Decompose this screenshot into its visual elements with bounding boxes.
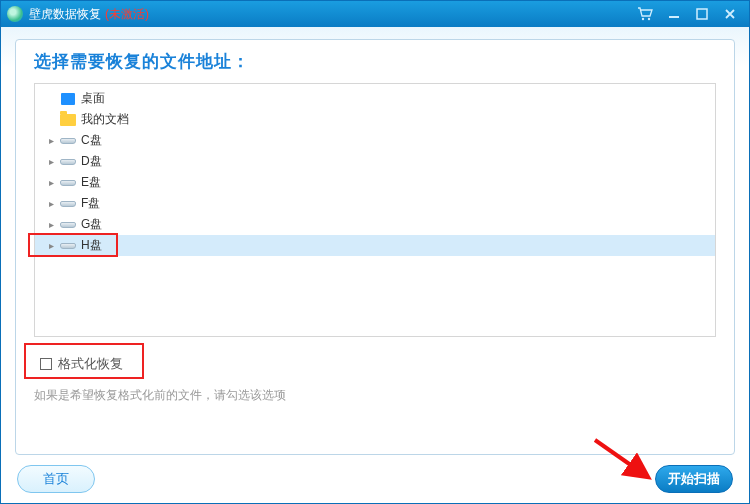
expand-icon[interactable]: ▸ <box>45 219 57 230</box>
panel-heading: 选择需要恢复的文件地址： <box>34 50 716 73</box>
svg-point-0 <box>642 18 644 20</box>
svg-rect-2 <box>669 16 679 18</box>
expand-icon[interactable]: ▸ <box>45 198 57 209</box>
titlebar-controls <box>637 7 743 21</box>
tree-node-label: H盘 <box>81 237 102 254</box>
stage: 选择需要恢复的文件地址： ▸桌面▸我的文档▸C盘▸D盘▸E盘▸F盘▸G盘▸H盘 … <box>1 27 749 503</box>
drive-icon <box>59 176 77 190</box>
tree-node-label: C盘 <box>81 132 102 149</box>
home-button[interactable]: 首页 <box>17 465 95 493</box>
expand-icon[interactable]: ▸ <box>45 177 57 188</box>
minimize-icon[interactable] <box>667 7 681 21</box>
drive-icon <box>59 134 77 148</box>
docs-icon <box>59 113 77 127</box>
titlebar: 壁虎数据恢复 (未激活) <box>1 1 749 27</box>
expand-icon[interactable]: ▸ <box>45 135 57 146</box>
tree-node-label: 我的文档 <box>81 111 129 128</box>
tree-node-1[interactable]: ▸我的文档 <box>35 109 715 130</box>
close-icon[interactable] <box>723 7 737 21</box>
home-button-label: 首页 <box>43 470 69 488</box>
location-tree[interactable]: ▸桌面▸我的文档▸C盘▸D盘▸E盘▸F盘▸G盘▸H盘 <box>34 83 716 337</box>
svg-point-1 <box>648 18 650 20</box>
tree-node-label: E盘 <box>81 174 101 191</box>
drive-icon <box>59 197 77 211</box>
tree-node-label: D盘 <box>81 153 102 170</box>
svg-rect-3 <box>697 9 707 19</box>
tree-node-label: 桌面 <box>81 90 105 107</box>
start-scan-button-label: 开始扫描 <box>668 470 720 488</box>
footer: 首页 开始扫描 <box>15 465 735 493</box>
main-panel: 选择需要恢复的文件地址： ▸桌面▸我的文档▸C盘▸D盘▸E盘▸F盘▸G盘▸H盘 … <box>15 39 735 455</box>
drive-icon <box>59 239 77 253</box>
maximize-icon[interactable] <box>695 7 709 21</box>
format-restore-checkbox[interactable]: 格式化恢复 <box>34 351 144 377</box>
tree-node-4[interactable]: ▸E盘 <box>35 172 715 193</box>
format-restore-hint: 如果是希望恢复格式化前的文件，请勾选该选项 <box>34 387 716 404</box>
start-scan-button[interactable]: 开始扫描 <box>655 465 733 493</box>
drive-icon <box>59 218 77 232</box>
activation-status: (未激活) <box>105 6 149 23</box>
tree-node-0[interactable]: ▸桌面 <box>35 88 715 109</box>
tree-node-3[interactable]: ▸D盘 <box>35 151 715 172</box>
tree-node-label: F盘 <box>81 195 100 212</box>
app-title: 壁虎数据恢复 <box>29 6 101 23</box>
drive-icon <box>59 155 77 169</box>
tree-node-5[interactable]: ▸F盘 <box>35 193 715 214</box>
app-logo-icon <box>7 6 23 22</box>
cart-icon[interactable] <box>637 7 653 21</box>
tree-node-6[interactable]: ▸G盘 <box>35 214 715 235</box>
checkbox-icon <box>40 358 52 370</box>
tree-node-7[interactable]: ▸H盘 <box>35 235 715 256</box>
expand-icon[interactable]: ▸ <box>45 156 57 167</box>
desktop-icon <box>59 92 77 106</box>
tree-area: ▸桌面▸我的文档▸C盘▸D盘▸E盘▸F盘▸G盘▸H盘 <box>34 83 716 337</box>
tree-node-label: G盘 <box>81 216 102 233</box>
tree-node-2[interactable]: ▸C盘 <box>35 130 715 151</box>
expand-icon[interactable]: ▸ <box>45 240 57 251</box>
format-restore-label: 格式化恢复 <box>58 355 123 373</box>
app-window: 壁虎数据恢复 (未激活) 选择需要恢复的文件地址： ▸桌面▸我的文档▸C盘▸D盘… <box>0 0 750 504</box>
options-area: 格式化恢复 如果是希望恢复格式化前的文件，请勾选该选项 <box>34 351 716 404</box>
